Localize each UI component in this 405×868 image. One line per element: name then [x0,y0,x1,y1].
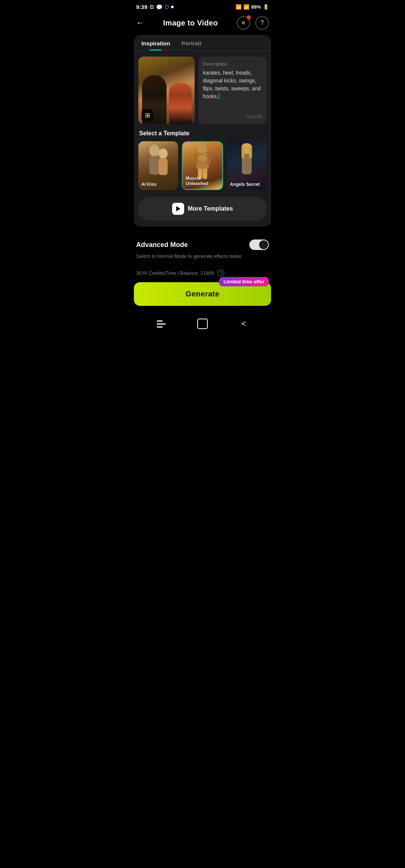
template-angels-secret[interactable]: Angels Secret [227,141,267,190]
limited-offer-badge: Limited time offer [219,277,269,286]
tabs-container: Inspiration Portrait [134,35,271,51]
svg-point-4 [198,144,207,153]
description-label: Description [203,61,262,67]
advanced-mode-section: Advanced Mode Switch to Normal Mode to g… [129,232,276,263]
template-muscle-unleashed[interactable]: Muscle Unleashed [182,141,223,190]
svg-rect-3 [159,158,168,175]
char-count: 104/200 [203,114,262,120]
three-lines-icon [157,320,166,328]
templates-row: AI Kiss Muscle Unleashed [134,141,271,190]
main-card: Inspiration Portrait ⊞ Description karat… [134,35,271,227]
description-box: Description karates, heel, treads, diago… [198,57,267,124]
ai-kiss-figure [145,143,171,179]
advanced-mode-title: Advanced Mode [136,241,188,249]
svg-point-2 [159,148,168,159]
advanced-mode-description: Switch to Normal Mode to generate effect… [136,253,269,260]
nav-back-button[interactable]: < [237,317,250,331]
play-triangle-icon [176,206,180,211]
status-left: 9:39 ⊡ 💬 ⬡ [136,4,174,10]
help-button[interactable]: ? [255,16,269,30]
status-right: 📶 📶 88% 🔋 [236,4,269,10]
angels-figure [236,143,258,179]
signal-icon: 📶 [243,4,249,10]
ai-kiss-label: AI Kiss [141,182,157,187]
svg-point-6 [198,155,207,161]
status-message-icon: 💬 [156,4,162,10]
wifi-icon: 📶 [236,4,242,10]
svg-rect-14 [242,147,244,158]
toggle-knob [259,240,268,249]
battery-icon: 🔋 [263,4,269,10]
svg-rect-1 [149,156,160,175]
svg-rect-8 [207,154,211,164]
home-square-icon [197,319,208,329]
muscle-figure [190,143,215,181]
page-title: Image to Video [163,19,218,27]
content-row: ⊞ Description karates, heel, treads, dia… [134,57,271,124]
tab-portrait[interactable]: Portrait [182,40,201,50]
svg-rect-7 [194,154,198,164]
menu-list-icon: ≡ [242,19,245,26]
status-dot [171,6,174,8]
back-button[interactable]: ← [136,18,144,28]
notification-dot [247,15,251,19]
nav-home-button[interactable] [196,317,209,331]
more-templates-label: More Templates [188,205,233,212]
advanced-mode-toggle[interactable] [249,239,269,250]
svg-point-0 [149,145,160,157]
tab-inspiration[interactable]: Inspiration [141,40,170,50]
menu-list-button[interactable]: ≡ [237,16,250,30]
header: ← Image to Video ≡ ? [129,12,276,35]
uploaded-image[interactable]: ⊞ [138,57,195,124]
help-icon: ? [261,19,264,26]
header-icons: ≡ ? [237,16,269,30]
status-bar: 9:39 ⊡ 💬 ⬡ 📶 📶 88% 🔋 [129,0,276,12]
image-add-button[interactable]: ⊞ [141,109,153,121]
description-text[interactable]: karates, heel, treads, diagonal kicks, s… [203,69,262,100]
status-app-icon: ⬡ [165,4,169,10]
credits-text: 30 AI Credits/Time | Balance: 11809. [136,270,215,276]
status-screen-icon: ⊡ [150,4,154,10]
angels-secret-label: Angels Secret [230,182,260,187]
nav-menu-button[interactable] [154,317,168,331]
credits-info-button[interactable]: ? [218,269,224,276]
more-templates-button[interactable]: More Templates [138,197,267,221]
nav-bar: < [129,312,276,338]
back-chevron-icon: < [242,319,246,329]
battery-text: 88% [251,4,261,10]
select-template-label: Select a Template [134,130,271,137]
image-add-icon: ⊞ [145,112,150,119]
generate-area: Limited time offer Generate [129,280,276,312]
status-time: 9:39 [136,4,147,10]
play-icon-wrap [172,203,184,215]
svg-rect-15 [249,147,252,158]
advanced-mode-row: Advanced Mode [136,239,269,250]
muscle-unleashed-label: Muscle Unleashed [186,176,222,186]
info-icon: ? [220,271,222,275]
template-ai-kiss[interactable]: AI Kiss [138,141,178,190]
